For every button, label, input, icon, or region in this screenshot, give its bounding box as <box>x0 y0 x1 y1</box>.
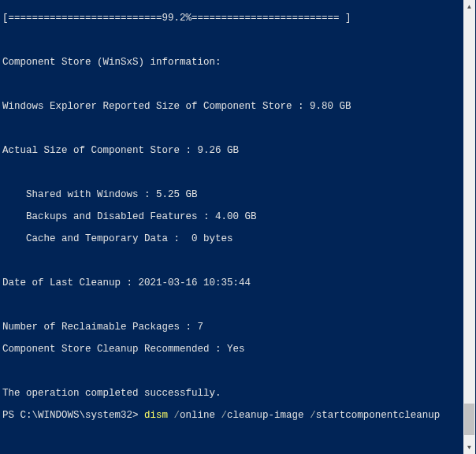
blank-line <box>2 79 461 90</box>
scrollbar-track[interactable] <box>463 13 475 441</box>
info-line: Cache and Temporary Data : 0 bytes <box>2 233 461 244</box>
command-slash: / <box>221 410 228 421</box>
info-line: Shared with Windows : 5.25 GB <box>2 189 461 200</box>
command-slash: / <box>174 410 180 421</box>
blank-line <box>2 432 461 443</box>
info-line: Backups and Disabled Features : 4.00 GB <box>2 211 461 222</box>
info-line: Date of Last Cleanup : 2021-03-16 10:35:… <box>2 277 461 288</box>
blank-line <box>2 255 461 266</box>
section-header: Component Store (WinSxS) information: <box>2 57 461 68</box>
command-arg: cleanup-image <box>227 410 310 421</box>
progress-line: [==========================99.2%========… <box>2 13 461 24</box>
prompt-path: PS C:\WINDOWS\system32> <box>2 410 144 421</box>
command-arg: online <box>180 410 221 421</box>
terminal-output[interactable]: [==========================99.2%========… <box>0 0 463 454</box>
scrollbar-thumb[interactable] <box>464 404 474 435</box>
info-line: Component Store Cleanup Recommended : Ye… <box>2 344 461 355</box>
status-line: The operation completed successfully. <box>2 388 461 399</box>
command-slash: / <box>310 410 316 421</box>
blank-line <box>2 300 461 311</box>
blank-line <box>2 366 461 377</box>
blank-line <box>2 35 461 46</box>
vertical-scrollbar[interactable]: ▲ ▼ <box>463 0 475 454</box>
dism-command: dism <box>144 410 174 421</box>
chevron-up-icon: ▲ <box>467 4 471 10</box>
info-line: Number of Reclaimable Packages : 7 <box>2 322 461 333</box>
blank-line <box>2 167 461 178</box>
blank-line <box>2 123 461 134</box>
scroll-down-button[interactable]: ▼ <box>463 441 475 454</box>
command-arg: startcomponentcleanup <box>316 410 441 421</box>
prompt-line[interactable]: PS C:\WINDOWS\system32> dism /online /cl… <box>2 410 461 421</box>
info-line: Windows Explorer Reported Size of Compon… <box>2 101 461 112</box>
info-line: Actual Size of Component Store : 9.26 GB <box>2 145 461 156</box>
scroll-up-button[interactable]: ▲ <box>463 0 475 13</box>
chevron-down-icon: ▼ <box>467 445 471 451</box>
